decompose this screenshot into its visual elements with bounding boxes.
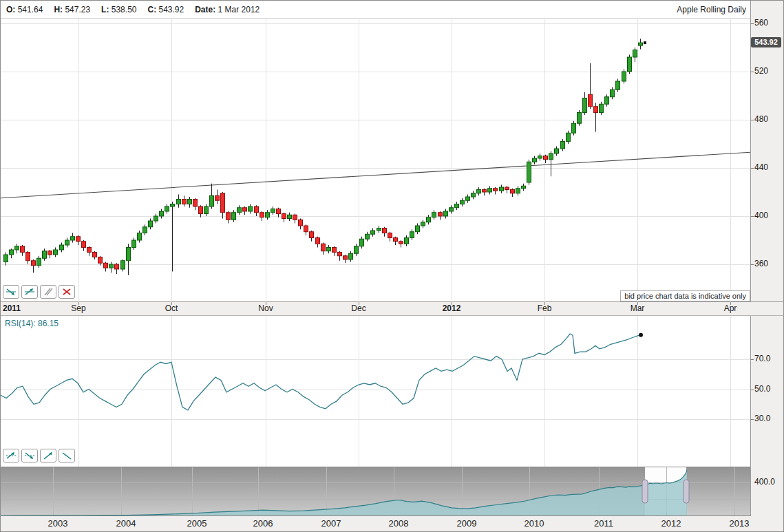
date-axis-label: 2012 (443, 304, 461, 313)
last-price-badge: 543.92 (751, 37, 781, 47)
trend-up-arrow-button[interactable] (21, 285, 38, 299)
date-axis-label: Feb (538, 304, 552, 313)
price-axis-label: 400 (754, 211, 768, 220)
price-axis-label: 560 (754, 18, 768, 28)
year-label: 2013 (730, 518, 750, 529)
price-tickmark (751, 168, 754, 169)
navigator-axis-label: 400.0 (754, 477, 775, 487)
date-axis-label: Apr (724, 304, 737, 313)
date-axis-label: Mar (631, 304, 645, 313)
rsi-tickmark (751, 419, 754, 420)
drawing-toolbar (3, 285, 75, 299)
trend-down-arrow-button[interactable] (3, 285, 19, 299)
navigator-year-axis[interactable]: 2003200420052006200720082009201020112012… (1, 516, 784, 532)
price-axis-label: 440 (754, 162, 768, 172)
year-label: 2009 (457, 518, 477, 529)
rsi-value-axis[interactable]: 70.050.030.0 (750, 316, 784, 467)
rsi-axis-label: 70.0 (754, 354, 770, 363)
last-price-marker (644, 41, 646, 44)
price-axis-label: 480 (754, 114, 768, 124)
arrow-up-button[interactable] (40, 449, 56, 462)
navigator-right-handle[interactable] (684, 480, 689, 503)
ohlc-field: O: 541.64 (6, 5, 43, 14)
year-label: 2005 (187, 518, 207, 529)
price-tickmark (751, 72, 754, 72)
trend-down-arrow-icon (6, 288, 17, 296)
rsi-chart[interactable] (1, 316, 750, 467)
price-tickmark (751, 264, 754, 265)
price-tickmark (751, 216, 754, 217)
arrow-up-dotted-button[interactable] (3, 449, 19, 462)
year-label: 2004 (116, 518, 136, 529)
date-axis[interactable]: 2011SepOctNovDec2012FebMarApr (1, 302, 784, 316)
ohlc-field: C: 543.92 (147, 5, 184, 14)
rsi-end-dot (639, 333, 643, 337)
date-axis-label: Dec (351, 304, 365, 313)
year-label: 2008 (389, 518, 409, 529)
disclaimer-text: bid price chart data is indicative only (620, 290, 750, 301)
price-tickmark (751, 23, 754, 24)
chart-window: O: 541.64H: 547.23L: 538.50C: 543.92Date… (0, 0, 784, 532)
price-tickmark (751, 120, 754, 120)
ohlc-field: H: 547.23 (54, 5, 90, 14)
rsi-tickmark (751, 390, 754, 390)
year-label: 2010 (525, 518, 544, 529)
ohlc-field: Date: 1 Mar 2012 (195, 5, 259, 14)
rsi-indicator-pane: RSI(14): 86.15 (1, 316, 750, 467)
navigator-left-handle[interactable] (642, 480, 648, 503)
arrow-up-dotted-icon (6, 451, 17, 460)
navigator-axis: 400.0 (750, 467, 784, 516)
trend-up-arrow-icon (24, 288, 35, 296)
instrument-title: Apple Rolling Daily (677, 5, 746, 14)
rsi-axis-label: 30.0 (754, 414, 770, 423)
year-label: 2011 (594, 518, 613, 529)
date-axis-label: Sep (71, 304, 85, 313)
arrow-down-dotted-button[interactable] (21, 449, 38, 462)
price-axis[interactable]: 560520480440400360543.92 (750, 1, 784, 302)
line-down-button[interactable] (59, 449, 75, 462)
candlestick-chart[interactable] (1, 1, 750, 302)
price-axis-label: 520 (754, 66, 768, 76)
ohlc-field: L: 538.50 (101, 5, 136, 14)
arrow-down-dotted-icon (24, 451, 35, 460)
arrow-up-icon (43, 451, 54, 460)
rsi-drawing-toolbar (3, 449, 75, 462)
year-label: 2012 (661, 518, 681, 529)
parallel-lines-icon (43, 288, 54, 296)
delete-x-icon (61, 288, 72, 296)
delete-x-button[interactable] (59, 285, 75, 299)
ohlc-info-bar: O: 541.64H: 547.23L: 538.50C: 543.92Date… (1, 1, 750, 19)
parallel-lines-button[interactable] (40, 285, 56, 299)
main-price-chart-pane: O: 541.64H: 547.23L: 538.50C: 543.92Date… (1, 1, 750, 302)
year-label: 2003 (48, 518, 68, 529)
date-axis-label: 2011 (3, 304, 21, 313)
price-axis-label: 360 (754, 259, 768, 268)
rsi-indicator-label: RSI(14): 86.15 (5, 319, 59, 328)
rsi-axis-label: 50.0 (754, 384, 770, 394)
line-down-icon (61, 451, 72, 460)
year-label: 2006 (253, 518, 273, 529)
navigator-chart[interactable] (1, 467, 750, 516)
year-label: 2007 (321, 518, 341, 529)
date-axis-label: Nov (258, 304, 273, 313)
date-axis-label: Oct (165, 304, 178, 313)
rsi-tickmark (751, 359, 754, 360)
overview-navigator (1, 467, 750, 516)
